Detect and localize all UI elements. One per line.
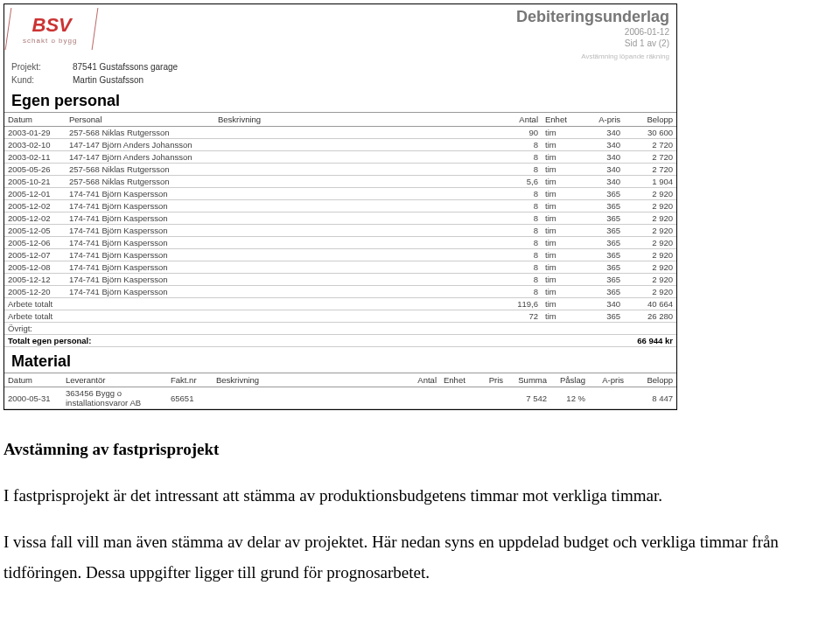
logo-text: BSV [32,14,72,37]
col-personal: Personal [66,113,214,127]
cell-apris: 340 [580,139,624,151]
kund-label: Kund: [11,75,73,85]
cell-beskrivning [214,164,503,176]
cell-antal: 8 [503,212,542,225]
cell-datum: 2005-12-01 [4,188,66,200]
cell-pris [475,387,507,409]
cell-enhet: tim [542,237,580,249]
cell-beskrivning [214,237,503,249]
cell-beskrivning [214,212,503,225]
cell-enhet: tim [542,200,580,212]
cell-datum: 2005-05-26 [4,164,66,176]
table-row: 2003-02-11147-147 Björn Anders Johansson… [4,151,676,164]
logo-subtext: schakt o bygg [23,37,77,45]
cell-belopp: 2 920 [624,200,676,212]
logo: BSV schakt o bygg [5,8,99,50]
cell-beskrivning [214,176,503,188]
cell-personal: 174-741 Björn Kaspersson [66,200,214,212]
cell-beskrivning [214,225,503,237]
cell-belopp: 2 920 [624,261,676,274]
grand-total-row: Totalt egen personal: 66 944 kr [4,335,676,347]
ovrigt-label: Övrigt: [4,323,676,335]
subtotal-antal: 72 [503,310,542,323]
cell-personal: 147-147 Björn Anders Johansson [66,151,214,164]
table-row: 2005-10-21257-568 Niklas Rutgersson5,6ti… [4,176,676,188]
table-row: 2005-12-20174-741 Björn Kaspersson8tim36… [4,286,676,298]
personal-table: Datum Personal Beskrivning Antal Enhet A… [4,112,676,347]
report-header: BSV schakt o bygg Debiteringsunderlag 20… [4,4,676,60]
report-page: Sid 1 av (2) [516,38,669,49]
cell-faktnr: 65651 [167,387,213,409]
mcol-beskrivning: Beskrivning [213,373,405,387]
cell-datum: 2005-12-02 [4,212,66,225]
cell-apris: 365 [580,200,624,212]
cell-leverantor: 363456 Bygg o installationsvaror AB [62,387,167,409]
caption-p2: I vissa fall vill man även stämma av del… [4,527,808,587]
cell-personal: 174-741 Björn Kaspersson [66,274,214,286]
mcol-faktnr: Fakt.nr [167,373,213,387]
cell-personal: 174-741 Björn Kaspersson [66,225,214,237]
mcol-leverantor: Leverantör [62,373,167,387]
subtotal-enhet: tim [542,298,580,310]
cell-belopp: 2 720 [624,151,676,164]
table-row: 2005-05-26257-568 Niklas Rutgersson8tim3… [4,164,676,176]
cell-beskrivning [214,286,503,298]
cell-personal: 257-568 Niklas Rutgersson [66,164,214,176]
meta-projekt: Projekt: 87541 Gustafssons garage [4,60,676,73]
projekt-value: 87541 Gustafssons garage [73,62,178,72]
cell-belopp: 2 920 [624,274,676,286]
cell-enhet [440,387,475,409]
cell-summa: 7 542 [507,387,550,409]
table-row: 2005-12-07174-741 Björn Kaspersson8tim36… [4,249,676,261]
section-material-title: Material [4,347,676,373]
cell-enhet: tim [542,139,580,151]
cell-beskrivning [213,387,405,409]
cell-paslag: 12 % [550,387,589,409]
cell-apris: 365 [580,237,624,249]
cell-enhet: tim [542,286,580,298]
cell-datum: 2005-12-02 [4,200,66,212]
cell-apris [589,387,627,409]
cell-personal: 147-147 Björn Anders Johansson [66,139,214,151]
cell-antal: 8 [503,237,542,249]
cell-belopp: 30 600 [624,127,676,139]
subtotal-belopp: 40 664 [624,298,676,310]
caption-block: Avstämning av fastprisprojekt I fastpris… [4,435,808,588]
projekt-label: Projekt: [11,62,73,72]
subtotal-belopp: 26 280 [624,310,676,323]
cell-apris: 365 [580,286,624,298]
section-personal-title: Egen personal [4,87,676,112]
table-row: 2000-05-31363456 Bygg o installationsvar… [4,387,676,409]
material-header-row: Datum Leverantör Fakt.nr Beskrivning Ant… [4,373,676,387]
cell-apris: 340 [580,127,624,139]
mcol-summa: Summa [507,373,550,387]
cell-beskrivning [214,151,503,164]
cell-beskrivning [214,249,503,261]
table-row: 2005-12-01174-741 Björn Kaspersson8tim36… [4,188,676,200]
cell-belopp: 1 904 [624,176,676,188]
cell-antal: 8 [503,200,542,212]
cell-antal: 8 [503,139,542,151]
cell-antal: 8 [503,151,542,164]
subtotal-label: Arbete totalt [4,310,503,323]
cell-beskrivning [214,188,503,200]
cell-belopp: 2 920 [624,237,676,249]
cell-datum: 2005-12-08 [4,261,66,274]
cell-beskrivning [214,261,503,274]
cell-antal: 5,6 [503,176,542,188]
subtotal-enhet: tim [542,310,580,323]
cell-enhet: tim [542,274,580,286]
mcol-antal: Antal [405,373,440,387]
cell-datum: 2005-12-20 [4,286,66,298]
cell-belopp: 2 920 [624,286,676,298]
cell-enhet: tim [542,164,580,176]
cell-personal: 174-741 Björn Kaspersson [66,188,214,200]
table-row: 2005-12-02174-741 Björn Kaspersson8tim36… [4,212,676,225]
cell-datum: 2000-05-31 [4,387,62,409]
cell-apris: 340 [580,151,624,164]
cell-enhet: tim [542,261,580,274]
cell-belopp: 2 920 [624,225,676,237]
subtotal-apris: 340 [580,298,624,310]
cell-enhet: tim [542,225,580,237]
cell-antal: 8 [503,249,542,261]
